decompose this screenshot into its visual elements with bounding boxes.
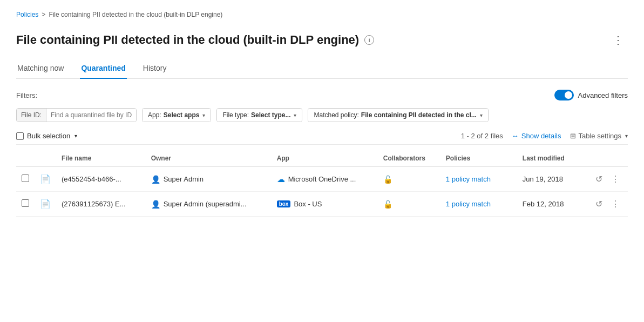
file-type-filter[interactable]: File type: Select type... ▾ <box>216 108 302 122</box>
tab-matching-now[interactable]: Matching now <box>16 59 65 79</box>
show-details-button[interactable]: ↔ Show details <box>512 132 561 140</box>
collaborators-cell-1: 🔓 <box>378 192 440 217</box>
matched-policy-select[interactable]: Matched policy: File containing PII dete… <box>308 109 487 122</box>
policy-match-0[interactable]: 1 policy match <box>446 175 491 183</box>
file-name-cell-1[interactable]: (276391125673) E... <box>56 192 146 217</box>
col-header-collaborators: Collaborators <box>378 150 440 167</box>
col-header-last-modified: Last modified <box>517 150 587 167</box>
toolbar-right: 1 - 2 of 2 files ↔ Show details ⊞ Table … <box>461 132 628 140</box>
last-modified-cell-1: Feb 12, 2018 <box>517 192 587 217</box>
restore-button-1[interactable]: ↺ <box>593 197 605 211</box>
table-settings-chevron-icon: ▾ <box>625 133 628 139</box>
app-name-1[interactable]: Box - US <box>294 200 322 208</box>
onedrive-icon-0: ☁ <box>277 175 285 184</box>
advanced-filters-toggle[interactable] <box>554 90 574 100</box>
more-options-icon[interactable]: ⋮ <box>608 31 628 49</box>
filters-label: Filters: <box>16 91 37 99</box>
file-icon-cell-1: 📄 <box>35 192 56 217</box>
collaborators-cell-0: 🔓 <box>378 167 440 192</box>
bulk-selection[interactable]: Bulk selection ▾ <box>16 132 77 140</box>
owner-icon-0: 👤 <box>151 175 160 184</box>
actions-cell-0: ↺ ⋮ <box>587 167 628 192</box>
page-title: File containing PII detected in the clou… <box>16 33 374 47</box>
info-icon[interactable]: i <box>364 35 374 45</box>
files-table: File name Owner App Collaborators Polici… <box>16 150 628 217</box>
filters-row: Filters: Advanced filters <box>16 90 628 100</box>
page-container: Policies > File containing PII detected … <box>0 0 644 322</box>
lock-icon-0: 🔓 <box>383 175 392 184</box>
last-modified-cell-0: Jun 19, 2018 <box>517 167 587 192</box>
tab-history[interactable]: History <box>142 59 168 79</box>
row-select-0[interactable] <box>16 167 35 192</box>
table-row: 📄(e4552454-b466-... 👤 Super Admin ☁ Micr… <box>16 167 628 192</box>
bulk-select-checkbox[interactable] <box>16 132 24 140</box>
table-settings-button[interactable]: ⊞ Table settings ▾ <box>570 132 628 140</box>
tabs-bar: Matching now Quarantined History <box>16 59 628 79</box>
col-header-file-name: File name <box>56 150 146 167</box>
app-name-0[interactable]: Microsoft OneDrive ... <box>288 175 356 183</box>
lock-icon-1: 🔓 <box>383 200 392 209</box>
row-checkbox-0[interactable] <box>22 175 29 182</box>
restore-button-0[interactable]: ↺ <box>593 172 605 186</box>
matched-policy-filter[interactable]: Matched policy: File containing PII dete… <box>308 108 488 122</box>
tab-quarantined[interactable]: Quarantined <box>80 59 126 79</box>
file-id-label: File ID: <box>17 109 46 122</box>
owner-name-0: Super Admin <box>164 175 204 183</box>
col-header-policies: Policies <box>440 150 517 167</box>
policy-cell-0[interactable]: 1 policy match <box>440 167 517 192</box>
file-id-input[interactable] <box>46 109 136 122</box>
table-settings-label: Table settings <box>579 132 622 140</box>
filter-bar: File ID: App: Select apps ▾ File type: S… <box>16 108 628 122</box>
file-count: 1 - 2 of 2 files <box>461 132 503 140</box>
file-type-label: File type: <box>222 111 249 119</box>
page-title-row: File containing PII detected in the clou… <box>16 31 628 49</box>
breadcrumb-separator: > <box>42 11 45 18</box>
actions-cell-1: ↺ ⋮ <box>587 192 628 217</box>
file-icon-cell-0: 📄 <box>35 167 56 192</box>
col-header-app: App <box>272 150 378 167</box>
box-icon-1: box <box>277 200 291 207</box>
matched-policy-chevron-icon: ▾ <box>480 112 483 118</box>
file-icon-0: 📄 <box>40 175 51 184</box>
breadcrumb-current: File containing PII detected in the clou… <box>49 11 222 18</box>
owner-cell-0: 👤 Super Admin <box>146 167 272 192</box>
row-more-button-0[interactable]: ⋮ <box>608 172 622 186</box>
page-title-text: File containing PII detected in the clou… <box>16 33 359 47</box>
owner-icon-1: 👤 <box>151 200 160 209</box>
file-icon-1: 📄 <box>40 199 51 209</box>
table-settings-grid-icon: ⊞ <box>570 132 576 140</box>
row-checkbox-1[interactable] <box>22 199 29 207</box>
breadcrumb: Policies > File containing PII detected … <box>16 11 628 18</box>
row-select-1[interactable] <box>16 192 35 217</box>
file-type-value: Select type... <box>251 111 290 119</box>
col-header-owner: Owner <box>146 150 272 167</box>
col-header-select <box>16 150 35 167</box>
breadcrumb-parent-link[interactable]: Policies <box>16 11 38 18</box>
app-chevron-icon: ▾ <box>202 112 205 118</box>
app-filter-label: App: <box>148 111 161 119</box>
app-filter[interactable]: App: Select apps ▾ <box>142 108 211 122</box>
advanced-filters: Advanced filters <box>554 90 628 100</box>
matched-policy-value: File containing PII detected in the cl..… <box>361 111 477 119</box>
app-cell-1: box Box - US <box>272 192 378 217</box>
app-filter-value: Select apps <box>164 111 200 119</box>
app-select[interactable]: App: Select apps ▾ <box>143 109 211 122</box>
toolbar-row: Bulk selection ▾ 1 - 2 of 2 files ↔ Show… <box>16 132 628 145</box>
col-header-icon <box>35 150 56 167</box>
matched-policy-label: Matched policy: <box>314 111 358 119</box>
file-id-filter: File ID: <box>16 108 137 122</box>
file-name-cell-0[interactable]: (e4552454-b466-... <box>56 167 146 192</box>
bulk-selection-chevron-icon[interactable]: ▾ <box>74 133 77 139</box>
file-type-select[interactable]: File type: Select type... ▾ <box>217 109 302 122</box>
policy-cell-1[interactable]: 1 policy match <box>440 192 517 217</box>
col-header-actions <box>587 150 628 167</box>
policy-match-1[interactable]: 1 policy match <box>446 200 491 208</box>
table-row: 📄(276391125673) E... 👤 Super Admin (supe… <box>16 192 628 217</box>
show-details-label[interactable]: Show details <box>521 132 561 140</box>
owner-cell-1: 👤 Super Admin (superadmi... <box>146 192 272 217</box>
show-details-arrows-icon: ↔ <box>512 132 519 140</box>
advanced-filters-label: Advanced filters <box>578 91 628 99</box>
row-more-button-1[interactable]: ⋮ <box>608 197 622 211</box>
file-type-chevron-icon: ▾ <box>294 112 296 118</box>
table-header-row: File name Owner App Collaborators Polici… <box>16 150 628 167</box>
